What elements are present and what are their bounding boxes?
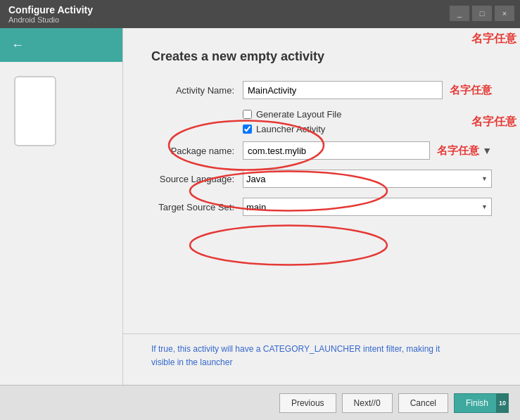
- checkbox-area: Generate Layout File Launcher Activity: [243, 109, 492, 134]
- package-dropdown-icon: ▼: [482, 145, 492, 156]
- activity-name-label: Activity Name:: [151, 85, 243, 96]
- next-button[interactable]: Next//0: [342, 393, 393, 413]
- minimize-button[interactable]: _: [450, 6, 469, 21]
- generate-layout-checkbox[interactable]: [243, 110, 252, 119]
- generate-layout-label: Generate Layout File: [256, 109, 341, 120]
- finish-shortcut: 10: [496, 393, 509, 413]
- title-bar-subtitle: Android Studio: [8, 15, 93, 24]
- activity-name-annotation: 名字任意: [450, 84, 492, 97]
- target-source-set-select[interactable]: main: [243, 198, 492, 216]
- source-language-label: Source Language:: [151, 174, 243, 184]
- phone-preview: [14, 76, 56, 146]
- package-name-label: Package name:: [151, 146, 243, 156]
- info-box: If true, this activity will have a CATEG…: [123, 333, 520, 378]
- dialog-title: Creates a new empty activity: [151, 49, 492, 64]
- package-name-annotation: 名字任意: [437, 144, 479, 158]
- target-source-set-label: Target Source Set:: [151, 202, 243, 212]
- close-button[interactable]: ×: [495, 6, 514, 21]
- package-name-input[interactable]: [243, 141, 430, 160]
- annotation-1: 名字任意: [471, 32, 516, 46]
- back-arrow-icon: ←: [11, 38, 24, 53]
- sidebar-preview: [0, 62, 122, 420]
- generate-layout-row: Generate Layout File: [243, 109, 492, 120]
- previous-button[interactable]: Previous: [279, 393, 336, 413]
- svg-point-2: [190, 226, 387, 265]
- launcher-activity-checkbox[interactable]: [243, 125, 252, 134]
- target-source-set-row: Target Source Set: main: [151, 198, 492, 216]
- info-text: If true, this activity will have a CATEG…: [151, 344, 440, 367]
- bottom-bar: Previous Next//0 Cancel Finish 10: [0, 385, 520, 420]
- source-language-row: Source Language: Java Kotlin: [151, 170, 492, 188]
- title-bar: Configure Activity Android Studio _ □ ×: [0, 0, 520, 28]
- maximize-button[interactable]: □: [472, 6, 492, 21]
- finish-area: Finish 10: [454, 393, 509, 413]
- activity-name-row: Activity Name: 名字任意: [151, 81, 492, 99]
- target-source-set-select-wrapper: main: [243, 198, 492, 216]
- launcher-activity-label: Launcher Activity: [256, 124, 325, 134]
- sidebar: ←: [0, 28, 123, 420]
- source-language-select[interactable]: Java Kotlin: [243, 170, 492, 188]
- sidebar-header: ←: [0, 28, 122, 62]
- cancel-button[interactable]: Cancel: [398, 393, 448, 413]
- title-bar-title: Configure Activity: [8, 4, 93, 15]
- source-language-select-wrapper: Java Kotlin: [243, 170, 492, 188]
- package-name-row: Package name: 名字任意 ▼: [151, 141, 492, 160]
- launcher-activity-row: Launcher Activity: [243, 124, 492, 134]
- activity-name-input[interactable]: [243, 81, 443, 99]
- window-controls: _ □ ×: [450, 6, 514, 21]
